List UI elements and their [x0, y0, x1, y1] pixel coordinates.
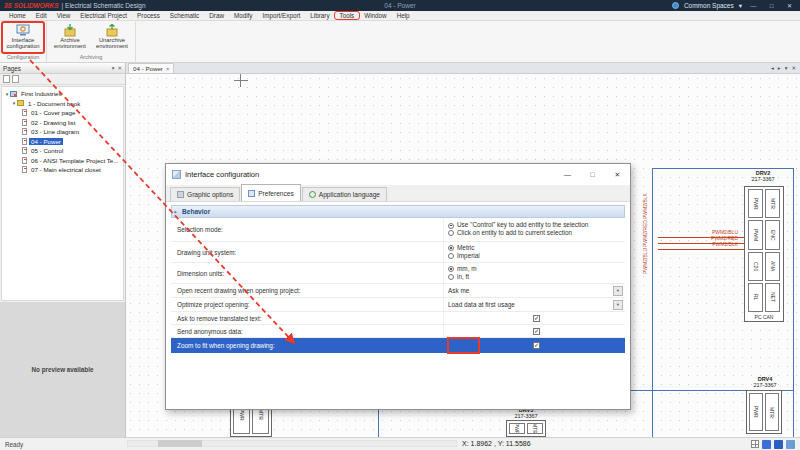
radio-icon[interactable]: [448, 223, 454, 229]
collapse-icon[interactable]: ▲: [173, 209, 177, 214]
tree-item-control[interactable]: 05 - Control: [2, 146, 123, 156]
menu-tools[interactable]: Tools: [335, 12, 360, 19]
menu-electrical-project[interactable]: Electrical Project: [75, 12, 132, 19]
application-language-icon: [309, 191, 316, 198]
row-ask-remove-translated-text: Ask to remove translated text: ✓: [171, 312, 625, 325]
tree-item-ansi-template[interactable]: 06 - ANSI Template Project Te...: [2, 156, 123, 166]
tab-label: Preferences: [258, 190, 294, 197]
panel-close-icon[interactable]: ✕: [117, 65, 122, 71]
tab-graphic-options[interactable]: Graphic options: [170, 187, 240, 201]
component-drv3[interactable]: PWR MTR: [506, 420, 546, 437]
minimize-button[interactable]: —: [747, 3, 760, 9]
tree-item-cover-page[interactable]: 01 - Cover page: [2, 108, 123, 118]
interface-configuration-button[interactable]: Interface configuration: [2, 22, 44, 53]
tree-node-project[interactable]: ▾ First Industries: [2, 89, 123, 99]
tab-scroll-left-icon[interactable]: ◂: [771, 65, 774, 71]
tree-item-main-electrical[interactable]: 07 - Main electrical closet: [2, 165, 123, 175]
section-header-behavior[interactable]: ▲ Behavior: [171, 205, 625, 218]
checkbox-zoom-to-fit[interactable]: ✓: [533, 342, 540, 349]
dialog-tab-strip: Graphic options Preferences Application …: [166, 185, 630, 202]
component-drv4[interactable]: PWR MTR: [746, 390, 782, 434]
radio-icon[interactable]: [448, 245, 454, 251]
pin-label: MTR: [765, 189, 780, 218]
close-button[interactable]: ✕: [783, 2, 796, 9]
tab-list-icon[interactable]: ▾: [785, 65, 788, 71]
dialog-minimize-button[interactable]: —: [555, 164, 580, 185]
checkbox-ask-remove-translated[interactable]: ✓: [533, 315, 540, 322]
menu-schematic[interactable]: Schematic: [165, 12, 204, 19]
row-zoom-to-fit[interactable]: Zoom to fit when opening drawing: ✓: [171, 338, 625, 353]
menu-view[interactable]: View: [52, 12, 76, 19]
pin-label: ENC: [765, 220, 780, 249]
dropdown-button[interactable]: ▾: [613, 286, 623, 296]
pin-icon[interactable]: ▾: [112, 65, 115, 71]
radio-metric[interactable]: Metric: [448, 245, 625, 251]
component-label-drv2: DRV2 217-3367: [738, 170, 788, 183]
document-tab-label: 04 - Power: [133, 65, 163, 72]
taskbar-app-icon[interactable]: [774, 440, 783, 449]
tree-item-power[interactable]: 04 - Power: [2, 137, 123, 147]
radio-icon[interactable]: [448, 253, 454, 259]
pages-tree[interactable]: ▾ First Industries ▾ 1 - Document book 0…: [1, 86, 124, 301]
maximize-button[interactable]: □: [765, 3, 778, 9]
row-label: Selection mode:: [171, 226, 443, 233]
page-list-icon[interactable]: [3, 75, 10, 83]
page-icon: [22, 166, 27, 173]
document-tab-power[interactable]: 04 - Power ×: [128, 63, 174, 73]
row-send-anonymous-data: Send anonymous data: ✓: [171, 325, 625, 338]
wire-pwm2-blk[interactable]: [658, 249, 744, 250]
dropdown-value[interactable]: Load data at first usage: [448, 301, 625, 308]
menu-help[interactable]: Help: [392, 12, 415, 19]
tab-preferences[interactable]: Preferences: [241, 184, 301, 201]
tree-node-book[interactable]: ▾ 1 - Document book: [2, 99, 123, 109]
tab-close-icon[interactable]: ×: [166, 66, 170, 72]
radio-in-ft[interactable]: in, ft: [448, 274, 625, 280]
menu-window[interactable]: Window: [359, 12, 391, 19]
menu-modify[interactable]: Modify: [229, 12, 258, 19]
radio-label: mm, m: [457, 266, 477, 272]
dropdown-value[interactable]: Ask me: [448, 287, 625, 294]
tree-node-label: 03 - Line diagram: [29, 128, 81, 135]
account-name[interactable]: Common Spaces: [684, 2, 734, 9]
radio-imperial[interactable]: Imperial: [448, 253, 625, 259]
dialog-title-bar[interactable]: Interface configuration — □ ✕: [166, 164, 630, 185]
account-caret-icon[interactable]: ▾: [739, 2, 742, 10]
dialog-title: Interface configuration: [185, 170, 259, 179]
radio-click-entity[interactable]: Click on entity to add to current select…: [448, 230, 625, 236]
row-label: Drawing unit system:: [171, 249, 443, 256]
menu-home[interactable]: Home: [4, 12, 31, 19]
page-icon: [22, 157, 27, 164]
radio-icon[interactable]: [448, 230, 454, 236]
radio-mm-m[interactable]: mm, m: [448, 266, 625, 272]
pin-label: C20: [748, 252, 763, 281]
grid-toggle-icon[interactable]: [751, 440, 759, 448]
cursor-coordinates: X: 1.8962 , Y: 11.5586: [462, 440, 531, 447]
menu-process[interactable]: Process: [132, 12, 165, 19]
tree-item-drawing-list[interactable]: 02 - Drawing list: [2, 118, 123, 128]
horizontal-scrollbar-thumb[interactable]: [158, 440, 202, 447]
taskbar-app-icon[interactable]: [786, 440, 795, 449]
tree-item-line-diagram[interactable]: 03 - Line diagram: [2, 127, 123, 137]
dropdown-button[interactable]: ▾: [613, 300, 623, 310]
archive-environment-button[interactable]: Archive environment: [49, 22, 91, 53]
component-drv2[interactable]: PWR MTR PWM ENC C20 ANA RL NET PC CAN: [744, 186, 784, 322]
dialog-close-button[interactable]: ✕: [605, 164, 630, 185]
tree-node-label: 04 - Power: [29, 138, 63, 145]
tab-application-language[interactable]: Application language: [302, 187, 387, 201]
radio-icon[interactable]: [448, 274, 454, 280]
app-title: | Electrical Schematic Design: [62, 2, 146, 9]
menu-library[interactable]: Library: [305, 12, 334, 19]
menu-import-export[interactable]: Import/Export: [258, 12, 306, 19]
menu-edit[interactable]: Edit: [31, 12, 52, 19]
taskbar-app-icon[interactable]: [762, 440, 771, 449]
tab-scroll-right-icon[interactable]: ▸: [778, 65, 781, 71]
unarchive-environment-button[interactable]: Unarchive environment: [91, 22, 133, 53]
radio-icon[interactable]: [448, 266, 454, 272]
menu-draw[interactable]: Draw: [204, 12, 229, 19]
checkbox-send-anonymous-data[interactable]: ✓: [533, 328, 540, 335]
radio-use-control-key[interactable]: Use "Control" key to add entity to the s…: [448, 222, 625, 228]
dialog-maximize-button[interactable]: □: [580, 164, 605, 185]
account-avatar-icon[interactable]: [672, 2, 679, 9]
page-filter-icon[interactable]: [12, 75, 19, 83]
tab-group-close-icon[interactable]: ✕: [791, 65, 796, 71]
